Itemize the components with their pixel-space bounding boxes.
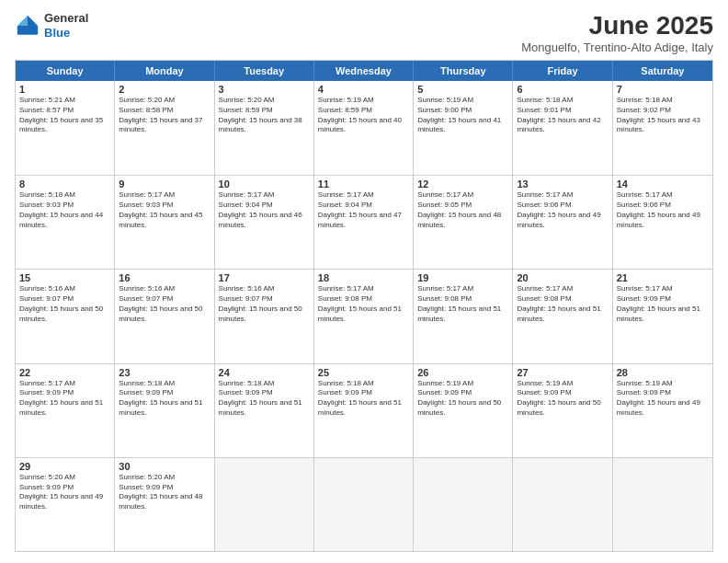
calendar-body: 1Sunrise: 5:21 AMSunset: 8:57 PMDaylight… bbox=[16, 81, 712, 551]
logo-text: General Blue bbox=[44, 11, 88, 40]
cell-date: 23 bbox=[119, 367, 210, 378]
calendar-cell: 2Sunrise: 5:20 AMSunset: 8:58 PMDaylight… bbox=[115, 81, 214, 175]
cell-date: 4 bbox=[318, 84, 409, 95]
cell-info: Sunrise: 5:16 AMSunset: 9:07 PMDaylight:… bbox=[219, 284, 310, 324]
cell-date: 2 bbox=[119, 84, 210, 95]
calendar-cell: 20Sunrise: 5:17 AMSunset: 9:08 PMDayligh… bbox=[513, 270, 612, 362]
cell-date: 27 bbox=[517, 367, 608, 378]
cell-date: 18 bbox=[318, 272, 409, 283]
calendar-cell: 24Sunrise: 5:18 AMSunset: 9:09 PMDayligh… bbox=[215, 364, 314, 457]
cell-date: 8 bbox=[19, 178, 110, 190]
cell-date: 14 bbox=[617, 178, 709, 190]
cell-info: Sunrise: 5:16 AMSunset: 9:07 PMDaylight:… bbox=[19, 284, 110, 324]
cell-date: 24 bbox=[219, 367, 310, 378]
calendar-cell bbox=[414, 458, 513, 551]
calendar-cell: 28Sunrise: 5:19 AMSunset: 9:09 PMDayligh… bbox=[613, 364, 712, 457]
calendar-cell bbox=[513, 458, 612, 551]
cell-date: 21 bbox=[617, 272, 709, 283]
cell-date: 7 bbox=[617, 84, 709, 95]
calendar-cell: 25Sunrise: 5:18 AMSunset: 9:09 PMDayligh… bbox=[314, 364, 414, 457]
calendar-cell: 3Sunrise: 5:20 AMSunset: 8:59 PMDaylight… bbox=[215, 81, 314, 175]
cell-info: Sunrise: 5:16 AMSunset: 9:07 PMDaylight:… bbox=[119, 284, 210, 324]
cell-date: 12 bbox=[417, 178, 508, 190]
cell-info: Sunrise: 5:19 AMSunset: 8:59 PMDaylight:… bbox=[318, 96, 409, 135]
cell-date: 29 bbox=[19, 461, 110, 472]
logo: General Blue bbox=[15, 11, 88, 40]
calendar-row: 22Sunrise: 5:17 AMSunset: 9:09 PMDayligh… bbox=[16, 363, 712, 457]
cell-info: Sunrise: 5:17 AMSunset: 9:08 PMDaylight:… bbox=[417, 284, 508, 324]
cell-info: Sunrise: 5:17 AMSunset: 9:03 PMDaylight:… bbox=[119, 190, 210, 230]
calendar-cell: 29Sunrise: 5:20 AMSunset: 9:09 PMDayligh… bbox=[16, 458, 115, 551]
cell-date: 9 bbox=[119, 178, 210, 190]
calendar-cell bbox=[613, 458, 712, 551]
calendar: Sunday Monday Tuesday Wednesday Thursday… bbox=[15, 60, 713, 552]
cell-info: Sunrise: 5:18 AMSunset: 9:02 PMDaylight:… bbox=[617, 96, 709, 135]
day-sunday: Sunday bbox=[16, 61, 115, 81]
logo-blue: Blue bbox=[44, 26, 88, 40]
calendar-cell: 10Sunrise: 5:17 AMSunset: 9:04 PMDayligh… bbox=[215, 176, 314, 269]
calendar-cell: 13Sunrise: 5:17 AMSunset: 9:06 PMDayligh… bbox=[513, 176, 612, 269]
calendar-cell: 9Sunrise: 5:17 AMSunset: 9:03 PMDaylight… bbox=[115, 176, 214, 269]
calendar-cell: 6Sunrise: 5:18 AMSunset: 9:01 PMDaylight… bbox=[513, 81, 612, 175]
cell-date: 20 bbox=[517, 272, 608, 283]
calendar-cell: 1Sunrise: 5:21 AMSunset: 8:57 PMDaylight… bbox=[16, 81, 115, 175]
calendar-cell: 7Sunrise: 5:18 AMSunset: 9:02 PMDaylight… bbox=[613, 81, 712, 175]
cell-info: Sunrise: 5:20 AMSunset: 9:09 PMDaylight:… bbox=[119, 473, 210, 512]
cell-info: Sunrise: 5:18 AMSunset: 9:01 PMDaylight:… bbox=[517, 96, 608, 135]
cell-info: Sunrise: 5:20 AMSunset: 8:58 PMDaylight:… bbox=[119, 96, 210, 135]
cell-info: Sunrise: 5:20 AMSunset: 8:59 PMDaylight:… bbox=[219, 96, 310, 135]
cell-date: 11 bbox=[318, 178, 409, 190]
cell-info: Sunrise: 5:17 AMSunset: 9:06 PMDaylight:… bbox=[617, 190, 709, 230]
day-wednesday: Wednesday bbox=[314, 61, 414, 81]
cell-date: 10 bbox=[219, 178, 310, 190]
calendar-cell: 4Sunrise: 5:19 AMSunset: 8:59 PMDaylight… bbox=[314, 81, 414, 175]
cell-info: Sunrise: 5:20 AMSunset: 9:09 PMDaylight:… bbox=[19, 473, 110, 512]
cell-date: 6 bbox=[517, 84, 608, 95]
cell-date: 3 bbox=[219, 84, 310, 95]
cell-info: Sunrise: 5:18 AMSunset: 9:09 PMDaylight:… bbox=[318, 379, 409, 419]
day-thursday: Thursday bbox=[414, 61, 513, 81]
cell-date: 16 bbox=[119, 272, 210, 283]
cell-info: Sunrise: 5:17 AMSunset: 9:09 PMDaylight:… bbox=[617, 284, 709, 324]
cell-info: Sunrise: 5:17 AMSunset: 9:04 PMDaylight:… bbox=[219, 190, 310, 230]
calendar-cell: 21Sunrise: 5:17 AMSunset: 9:09 PMDayligh… bbox=[613, 270, 712, 362]
day-tuesday: Tuesday bbox=[215, 61, 314, 81]
calendar-cell: 11Sunrise: 5:17 AMSunset: 9:04 PMDayligh… bbox=[314, 176, 414, 269]
calendar-cell: 22Sunrise: 5:17 AMSunset: 9:09 PMDayligh… bbox=[16, 364, 115, 457]
calendar-title: June 2025 bbox=[521, 11, 713, 40]
cell-date: 25 bbox=[318, 367, 409, 378]
logo-icon bbox=[15, 13, 40, 39]
svg-marker-0 bbox=[28, 15, 38, 25]
cell-info: Sunrise: 5:17 AMSunset: 9:04 PMDaylight:… bbox=[318, 190, 409, 230]
cell-info: Sunrise: 5:17 AMSunset: 9:09 PMDaylight:… bbox=[19, 379, 110, 419]
calendar-subtitle: Monguelfo, Trentino-Alto Adige, Italy bbox=[521, 40, 713, 54]
cell-date: 13 bbox=[517, 178, 608, 190]
cell-date: 19 bbox=[417, 272, 508, 283]
cell-date: 26 bbox=[417, 367, 508, 378]
cell-info: Sunrise: 5:18 AMSunset: 9:09 PMDaylight:… bbox=[119, 379, 210, 419]
cell-date: 17 bbox=[219, 272, 310, 283]
calendar-cell: 16Sunrise: 5:16 AMSunset: 9:07 PMDayligh… bbox=[115, 270, 214, 362]
cell-info: Sunrise: 5:19 AMSunset: 9:00 PMDaylight:… bbox=[417, 96, 508, 135]
cell-info: Sunrise: 5:18 AMSunset: 9:03 PMDaylight:… bbox=[19, 190, 110, 230]
cell-date: 22 bbox=[19, 367, 110, 378]
calendar-cell: 26Sunrise: 5:19 AMSunset: 9:09 PMDayligh… bbox=[414, 364, 513, 457]
calendar-cell: 8Sunrise: 5:18 AMSunset: 9:03 PMDaylight… bbox=[16, 176, 115, 269]
calendar-cell: 15Sunrise: 5:16 AMSunset: 9:07 PMDayligh… bbox=[16, 270, 115, 362]
day-friday: Friday bbox=[513, 61, 612, 81]
calendar-row: 1Sunrise: 5:21 AMSunset: 8:57 PMDaylight… bbox=[16, 81, 712, 175]
calendar-cell: 18Sunrise: 5:17 AMSunset: 9:08 PMDayligh… bbox=[314, 270, 414, 362]
calendar-cell: 17Sunrise: 5:16 AMSunset: 9:07 PMDayligh… bbox=[215, 270, 314, 362]
calendar-cell bbox=[314, 458, 414, 551]
logo-general: General bbox=[44, 11, 88, 26]
cell-info: Sunrise: 5:17 AMSunset: 9:08 PMDaylight:… bbox=[318, 284, 409, 324]
svg-marker-1 bbox=[17, 15, 28, 25]
cell-date: 5 bbox=[417, 84, 508, 95]
cell-info: Sunrise: 5:17 AMSunset: 9:05 PMDaylight:… bbox=[417, 190, 508, 230]
calendar-header: Sunday Monday Tuesday Wednesday Thursday… bbox=[16, 61, 712, 81]
calendar-cell: 14Sunrise: 5:17 AMSunset: 9:06 PMDayligh… bbox=[613, 176, 712, 269]
cell-info: Sunrise: 5:17 AMSunset: 9:06 PMDaylight:… bbox=[517, 190, 608, 230]
page: General Blue June 2025 Monguelfo, Trenti… bbox=[0, 0, 728, 563]
cell-info: Sunrise: 5:18 AMSunset: 9:09 PMDaylight:… bbox=[219, 379, 310, 419]
cell-info: Sunrise: 5:21 AMSunset: 8:57 PMDaylight:… bbox=[19, 96, 110, 135]
